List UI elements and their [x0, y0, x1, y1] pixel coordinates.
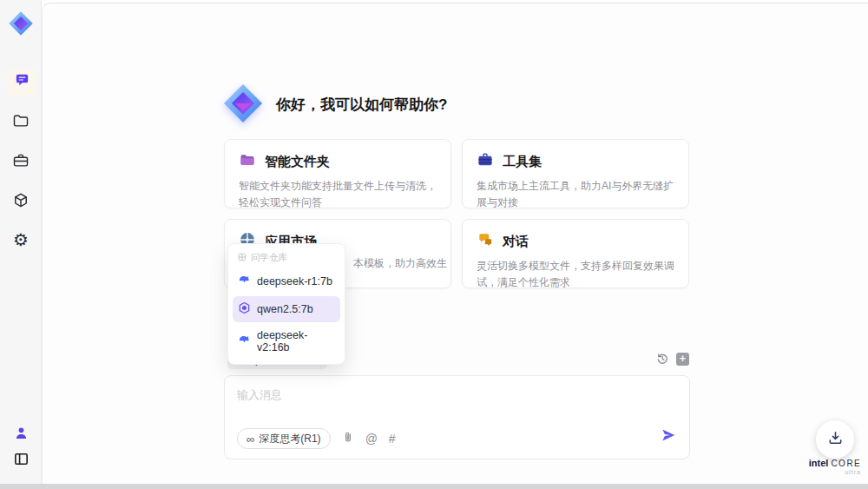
sidebar-item-models[interactable] [0, 192, 42, 213]
card-desc: 灵活切换多模型文件，支持多样回复效果调试，满足个性化需求 [477, 258, 674, 290]
deep-think-icon: ∞ [247, 433, 254, 445]
sidebar-item-account[interactable] [0, 426, 42, 444]
hash-icon[interactable]: # [389, 433, 396, 445]
deepseek-icon [238, 274, 251, 289]
card-title: 智能文件夹 [265, 154, 330, 170]
card-dialogue[interactable]: 对话 灵活切换多模型文件，支持多样回复效果调试，满足个性化需求 [462, 219, 689, 288]
download-icon [827, 430, 844, 450]
sidebar-item-collapse[interactable] [0, 451, 42, 471]
app-logo-icon[interactable] [8, 10, 34, 36]
card-smart-folder[interactable]: 智能文件夹 智能文件夹功能支持批量文件上传与清洗，轻松实现文件问答 [224, 139, 451, 208]
model-option-label: deepseek-r1:7b [257, 275, 332, 287]
card-desc: 集成市场上主流工具，助力AI与外界无缝扩展与对接 [477, 178, 674, 210]
card-toolset[interactable]: 工具集 集成市场上主流工具，助力AI与外界无缝扩展与对接 [462, 139, 689, 208]
model-dropdown: 问学仓库 deepseek-r1:7b qwen2.5:7b deepseek-… [227, 243, 345, 365]
deep-think-toggle[interactable]: ∞ 深度思考(R1) [237, 428, 331, 449]
attachment-icon[interactable] [342, 431, 354, 446]
card-title: 对话 [503, 234, 529, 250]
intel-logo-text: intel [809, 458, 829, 468]
cube-icon [12, 192, 30, 213]
qwen-icon [238, 301, 251, 317]
deepseek-icon [238, 334, 251, 349]
dialogue-icon [477, 231, 494, 252]
gear-icon: ⚙ [13, 231, 29, 248]
new-chat-icon[interactable]: + [676, 353, 689, 366]
card-title: 工具集 [503, 154, 542, 170]
card-desc: 智能文件夹功能支持批量文件上传与清洗，轻松实现文件问答 [239, 178, 437, 210]
sidebar: ⚙ [0, 0, 42, 489]
message-input[interactable] [237, 388, 515, 401]
greeting-logo-icon [222, 83, 264, 124]
briefcase-icon [12, 152, 30, 173]
folder-icon [12, 112, 30, 133]
model-option-label: deepseek-v2:16b [257, 329, 335, 354]
model-option-deepseek-r1[interactable]: deepseek-r1:7b [233, 268, 340, 294]
bottom-edge-bar [0, 484, 868, 489]
intel-core-badge: intel core ultra [800, 458, 868, 475]
send-icon[interactable] [661, 427, 676, 446]
panel-toggle-icon [13, 451, 30, 471]
toolset-icon [477, 151, 494, 172]
ultra-logo-text: ultra [800, 469, 868, 475]
model-dropdown-header-label: 问学仓库 [251, 252, 287, 264]
card-desc: 本模板，助力高效生成多 [353, 256, 447, 271]
sidebar-item-settings[interactable]: ⚙ [0, 231, 42, 248]
mention-icon[interactable]: @ [365, 433, 378, 445]
history-icon[interactable] [655, 352, 669, 369]
model-option-deepseek-v2[interactable]: deepseek-v2:16b [233, 324, 340, 359]
deep-think-label: 深度思考(R1) [259, 432, 320, 446]
model-dropdown-header: 问学仓库 [233, 248, 340, 267]
sidebar-item-chat[interactable] [7, 69, 36, 96]
sidebar-item-folders[interactable] [0, 112, 42, 133]
smart-folder-icon [239, 151, 256, 172]
user-icon [14, 426, 29, 444]
model-option-qwen[interactable]: qwen2.5:7b [233, 296, 340, 322]
sidebar-item-toolbox[interactable] [0, 152, 42, 173]
greeting-text: 你好，我可以如何帮助你? [276, 95, 447, 115]
message-composer: ∞ 深度思考(R1) @ # [224, 375, 690, 459]
chat-icon [14, 72, 30, 92]
download-button[interactable] [816, 420, 854, 459]
model-option-label: qwen2.5:7b [257, 303, 313, 315]
grid-icon [238, 253, 247, 263]
core-logo-text: core [831, 459, 861, 468]
